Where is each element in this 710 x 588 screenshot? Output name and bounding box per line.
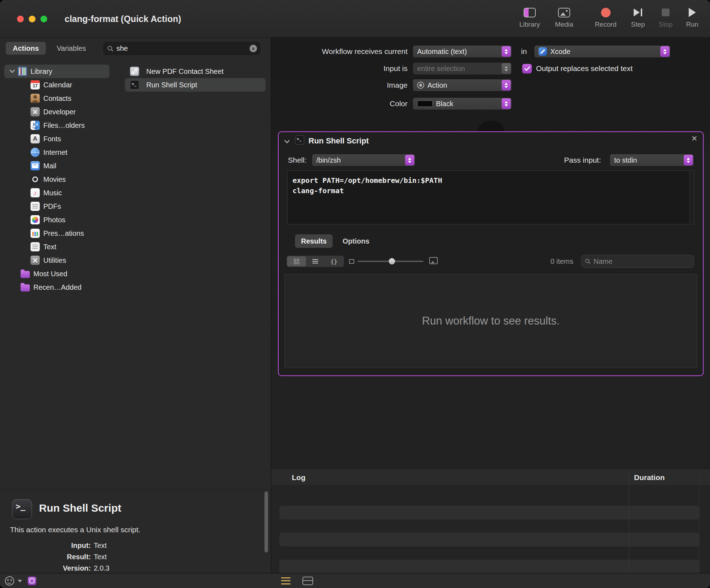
sidebar-item-pdfs[interactable]: PDFs xyxy=(4,200,109,213)
description-field-version: Version: 2.0.3 xyxy=(0,563,163,573)
small-thumbnail-icon xyxy=(349,259,354,264)
workflow-receives-popup[interactable]: Automatic (text) xyxy=(413,45,512,58)
log-row xyxy=(279,533,700,546)
log-column-divider[interactable] xyxy=(629,469,629,573)
sidebar-item-files-folders[interactable]: Files…olders xyxy=(4,119,109,132)
input-is-label: Input is xyxy=(271,62,408,75)
output-replaces-checkbox[interactable] xyxy=(522,64,532,74)
action-result-run-shell-script[interactable]: Run Shell Script xyxy=(125,78,266,92)
clear-search-icon[interactable]: × xyxy=(250,45,257,52)
sidebar-item-photos[interactable]: Photos xyxy=(4,213,109,227)
script-line: clang-format xyxy=(293,186,689,196)
variables-list-icon[interactable] xyxy=(28,577,36,585)
search-input[interactable] xyxy=(116,44,247,53)
chevron-down-icon[interactable] xyxy=(9,70,16,73)
xcode-app-icon xyxy=(539,47,547,56)
description-field-result: Result: Text xyxy=(0,552,163,562)
script-line: export PATH=/opt/homebrew/bin:$PATH xyxy=(293,175,689,186)
photos-icon xyxy=(31,215,40,224)
slider-thumb[interactable] xyxy=(389,258,395,265)
icon-view-segment[interactable] xyxy=(287,256,306,266)
sidebar-item-mail[interactable]: Mail xyxy=(4,159,109,173)
workflow-connector-notch xyxy=(478,121,504,132)
media-picker-icon[interactable] xyxy=(5,576,14,586)
braces-view-segment[interactable]: {} xyxy=(324,256,343,266)
toolbar-media-button[interactable]: Media xyxy=(547,5,581,28)
items-count: 0 items xyxy=(499,256,573,267)
zoom-window-button[interactable] xyxy=(40,16,47,22)
sidebar-item-internet[interactable]: Internet xyxy=(4,146,109,159)
sidebar-item-library[interactable]: Library xyxy=(4,65,109,78)
results-search-input[interactable] xyxy=(594,257,690,266)
library-icon xyxy=(18,67,27,76)
folder-icon xyxy=(21,271,30,278)
popup-stepper-icon xyxy=(405,155,414,165)
record-icon xyxy=(601,8,611,17)
sidebar-search-field[interactable]: × xyxy=(103,42,260,55)
close-icon[interactable]: × xyxy=(692,134,697,143)
music-icon xyxy=(31,188,40,197)
utilities-icon xyxy=(31,256,40,265)
thumbnail-size-slider[interactable] xyxy=(357,256,424,267)
toolbar-record-button[interactable]: Record xyxy=(589,5,623,28)
finder-icon xyxy=(31,121,40,130)
image-label: Image xyxy=(271,79,408,91)
description-scrollbar[interactable] xyxy=(264,491,268,552)
sidebar-item-fonts[interactable]: Fonts xyxy=(4,132,109,146)
chevron-down-icon[interactable] xyxy=(284,138,290,145)
sidebar-item-text[interactable]: Text xyxy=(4,240,109,254)
log-row xyxy=(279,506,700,519)
popup-stepper-icon xyxy=(502,46,511,57)
split-view-toggle-icon[interactable] xyxy=(302,577,313,585)
sidebar-item-most-used[interactable]: Most Used xyxy=(4,267,109,281)
editor-scrollbar[interactable] xyxy=(689,171,694,224)
input-is-popup: entire selection xyxy=(413,62,512,75)
sidebar-item-recently-added[interactable]: Recen…Added xyxy=(4,281,109,294)
action-result-new-pdf-contact-sheet[interactable]: New PDF Contact Sheet xyxy=(125,65,266,78)
action-gear-icon xyxy=(417,82,424,89)
traffic-lights xyxy=(17,16,47,22)
tab-options[interactable]: Options xyxy=(340,234,372,248)
sidebar-item-developer[interactable]: Developer xyxy=(4,105,109,119)
log-right-divider xyxy=(699,469,699,573)
automator-window: clang-format (Quick Action) Library Medi… xyxy=(0,0,710,588)
contacts-icon xyxy=(31,94,40,103)
shell-popup[interactable]: /bin/zsh xyxy=(312,154,415,166)
list-view-segment[interactable] xyxy=(306,256,325,266)
tab-actions[interactable]: Actions xyxy=(6,42,46,55)
sidebar-item-movies[interactable]: Movies xyxy=(4,173,109,186)
popup-stepper-icon xyxy=(684,155,693,165)
toolbar-run-button[interactable]: Run xyxy=(675,5,709,28)
log-view-toggle-icon[interactable] xyxy=(281,577,290,584)
popup-stepper-icon xyxy=(502,98,511,109)
image-popup[interactable]: Action xyxy=(413,79,512,91)
run-icon xyxy=(689,8,696,17)
tab-variables[interactable]: Variables xyxy=(54,42,89,55)
tab-results[interactable]: Results xyxy=(295,234,333,248)
color-label: Color xyxy=(271,98,408,110)
pass-input-popup[interactable]: to stdin xyxy=(610,154,694,166)
sidebar-item-calendar[interactable]: Calendar xyxy=(4,78,109,92)
close-window-button[interactable] xyxy=(17,16,24,22)
chevron-down-icon[interactable] xyxy=(18,580,22,582)
media-icon xyxy=(558,8,570,17)
shell-script-editor[interactable]: export PATH=/opt/homebrew/bin:$PATH clan… xyxy=(287,170,694,224)
results-search-field[interactable] xyxy=(581,255,694,268)
pass-input-label: Pass input: xyxy=(524,154,601,166)
color-popup[interactable]: Black xyxy=(413,98,512,110)
contact-sheet-icon xyxy=(130,67,139,76)
window-title: clang-format (Quick Action) xyxy=(65,0,181,38)
search-icon xyxy=(107,45,114,52)
sidebar-item-presentations[interactable]: Pres…ations xyxy=(4,227,109,240)
list-view-icon xyxy=(312,259,318,263)
log-column-header: Log xyxy=(292,469,305,486)
sidebar-item-contacts[interactable]: Contacts xyxy=(4,92,109,105)
sidebar-item-utilities[interactable]: Utilities xyxy=(4,254,109,267)
application-popup[interactable]: Xcode xyxy=(534,45,670,58)
popup-stepper-icon xyxy=(502,63,511,74)
toolbar-library-button[interactable]: Library xyxy=(513,5,547,28)
log-header: Log Duration xyxy=(271,469,710,486)
developer-icon xyxy=(31,107,40,116)
minimize-window-button[interactable] xyxy=(29,16,36,22)
sidebar-item-music[interactable]: Music xyxy=(4,186,109,200)
